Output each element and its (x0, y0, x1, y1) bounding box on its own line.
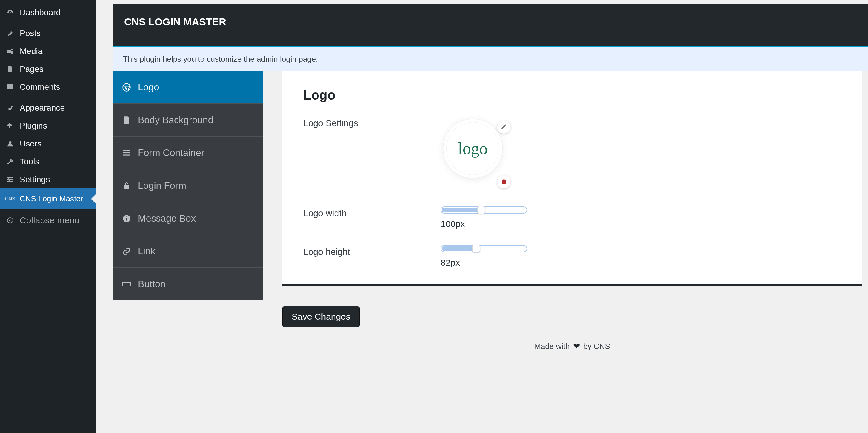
appearance-icon (5, 104, 15, 111)
logo-height-label: Logo height (303, 245, 429, 257)
logo-settings-label: Logo Settings (303, 116, 429, 128)
svg-rect-10 (126, 218, 127, 221)
button-icon (122, 281, 131, 288)
sidebar-item-plugins[interactable]: Plugins (0, 117, 95, 135)
pencil-icon (501, 123, 507, 132)
wordpress-icon (122, 83, 131, 92)
tab-label: Form Container (138, 147, 204, 158)
svg-point-2 (11, 179, 12, 180)
sidebar-item-dashboard[interactable]: Dashboard (0, 4, 95, 22)
tab-logo[interactable]: Logo (114, 71, 263, 104)
sidebar-item-label: Settings (20, 175, 50, 184)
sidebar-item-settings[interactable]: Settings (0, 171, 95, 189)
hamburger-icon (122, 150, 131, 156)
logo-delete-button[interactable] (497, 175, 510, 189)
sidebar-item-label: Dashboard (20, 8, 61, 17)
plugin-tabs: Logo Body Background Form Container Logi… (114, 71, 263, 300)
info-icon (122, 215, 131, 223)
trash-icon (501, 177, 507, 187)
plugin-header: CNS LOGIN MASTER (114, 4, 868, 47)
svg-point-0 (9, 141, 11, 144)
logo-settings-panel: Logo Logo Settings logo (282, 71, 862, 286)
settings-icon (5, 176, 15, 182)
logo-height-value: 82px (440, 258, 527, 268)
svg-point-4 (7, 218, 13, 223)
sidebar-item-users[interactable]: Users (0, 135, 95, 153)
svg-rect-12 (122, 282, 131, 286)
sidebar-item-label: Appearance (20, 103, 65, 113)
logo-preview-image: logo (443, 119, 503, 178)
users-icon (5, 140, 15, 147)
lock-icon (122, 181, 131, 190)
logo-edit-button[interactable] (497, 121, 510, 134)
tab-form-container[interactable]: Form Container (114, 137, 263, 169)
svg-point-1 (8, 177, 9, 179)
logo-width-value: 100px (440, 219, 527, 229)
tab-label: Link (138, 246, 156, 257)
link-icon (122, 247, 131, 256)
pin-icon (5, 30, 15, 37)
tab-button[interactable]: Button (114, 268, 263, 300)
svg-rect-8 (123, 155, 130, 155)
logo-width-slider[interactable] (440, 206, 527, 213)
pages-icon (5, 66, 15, 73)
footer-prefix: Made with (534, 342, 570, 351)
cns-plugin-icon: CNS (5, 196, 15, 202)
tab-label: Message Box (138, 213, 196, 224)
tab-login-form[interactable]: Login Form (114, 169, 263, 202)
panel-heading: Logo (303, 88, 841, 103)
wp-admin-sidebar: Dashboard Posts Media Pages Comments App… (0, 0, 95, 433)
tab-label: Login Form (138, 180, 186, 191)
plugin-content: CNS LOGIN MASTER This plugin helps you t… (95, 0, 868, 433)
collapse-label: Collapse menu (20, 215, 80, 226)
sidebar-item-label: Users (20, 139, 41, 148)
sidebar-item-pages[interactable]: Pages (0, 60, 95, 78)
footer-suffix: by CNS (583, 342, 610, 351)
plugin-notice: This plugin helps you to customize the a… (114, 47, 868, 71)
comments-icon (5, 84, 15, 90)
tools-icon (5, 158, 15, 165)
tab-body-background[interactable]: Body Background (114, 104, 263, 137)
heart-icon: ❤ (572, 341, 581, 351)
collapse-icon (5, 217, 15, 224)
sidebar-collapse-toggle[interactable]: Collapse menu (0, 211, 95, 230)
tab-label: Button (138, 278, 166, 290)
logo-width-label: Logo width (303, 206, 429, 218)
svg-point-3 (8, 180, 10, 182)
dashboard-icon (5, 9, 15, 16)
sidebar-item-label: CNS Login Master (20, 194, 83, 204)
plugins-icon (5, 123, 15, 129)
media-icon (5, 48, 15, 54)
sidebar-item-cns-login-master[interactable]: CNS CNS Login Master (0, 189, 95, 209)
logo-preview: logo (440, 119, 512, 190)
sidebar-item-tools[interactable]: Tools (0, 153, 95, 171)
svg-rect-7 (123, 152, 130, 153)
logo-height-slider[interactable] (440, 245, 527, 252)
tab-label: Logo (138, 82, 159, 93)
sidebar-item-label: Media (20, 46, 42, 56)
sidebar-item-label: Posts (20, 29, 40, 38)
plugin-notice-text: This plugin helps you to customize the a… (123, 55, 318, 64)
save-changes-button[interactable]: Save Changes (282, 306, 360, 327)
tab-message-box[interactable]: Message Box (114, 202, 263, 235)
tab-label: Body Background (138, 114, 213, 126)
tab-link[interactable]: Link (114, 235, 263, 268)
sidebar-item-media[interactable]: Media (0, 42, 95, 60)
sidebar-item-label: Plugins (20, 121, 47, 131)
svg-rect-6 (123, 150, 130, 151)
document-icon (122, 116, 131, 124)
sidebar-item-comments[interactable]: Comments (0, 78, 95, 96)
sidebar-item-label: Tools (20, 157, 39, 166)
footer-credit: Made with ❤ by CNS (282, 341, 862, 351)
plugin-title: CNS LOGIN MASTER (124, 16, 226, 27)
sidebar-item-label: Comments (20, 82, 60, 92)
sidebar-item-posts[interactable]: Posts (0, 25, 95, 42)
svg-rect-11 (126, 216, 127, 217)
sidebar-item-label: Pages (20, 64, 43, 74)
sidebar-item-appearance[interactable]: Appearance (0, 99, 95, 117)
